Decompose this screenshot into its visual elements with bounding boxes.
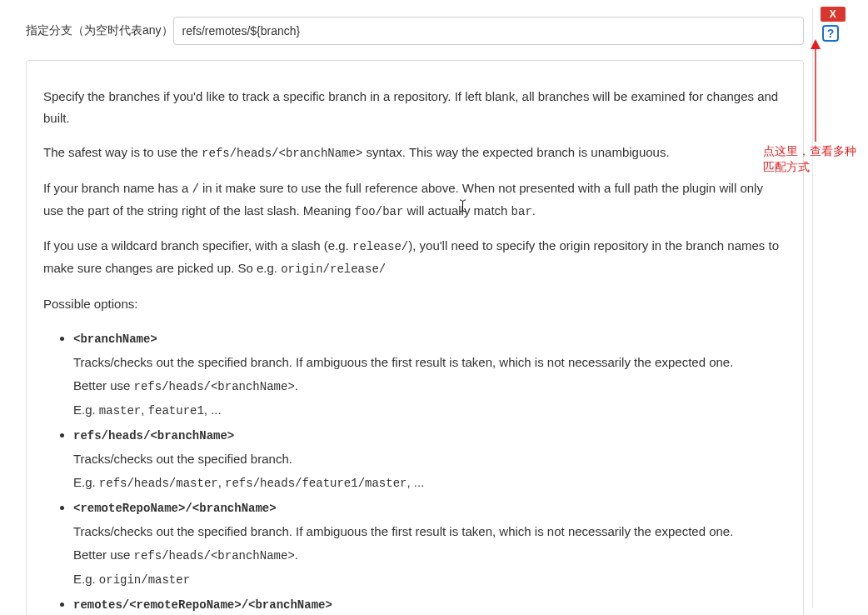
option-head: <remoteRepoName>/<branchName> bbox=[73, 502, 277, 515]
field-row: 指定分支（为空时代表any） ? bbox=[5, 8, 812, 45]
text: will actually match bbox=[403, 203, 511, 218]
options-list: <branchName> Tracks/checks out the speci… bbox=[73, 328, 786, 615]
help-p5: Possible options: bbox=[43, 293, 786, 315]
option-item: remotes/<remoteRepoName>/<branchName> bbox=[73, 593, 786, 615]
code: origin/release/ bbox=[281, 262, 386, 276]
code: refs/heads/<branchName> bbox=[202, 147, 362, 160]
code: refs/heads/<branchName> bbox=[134, 549, 295, 562]
text: Better use refs/heads/<branchName>. bbox=[73, 375, 786, 398]
text: . bbox=[532, 203, 536, 218]
code: / bbox=[192, 182, 198, 196]
help-p2: The safest way is to use the refs/heads/… bbox=[43, 142, 786, 164]
code: refs/heads/<branchName> bbox=[134, 380, 295, 393]
text: E.g. bbox=[73, 402, 99, 417]
code: bar bbox=[511, 205, 532, 218]
text: Better use refs/heads/<branchName>. bbox=[73, 544, 786, 567]
text: , ... bbox=[204, 402, 222, 417]
text: , bbox=[218, 475, 225, 489]
text: . bbox=[295, 378, 298, 392]
code: origin/master bbox=[99, 573, 190, 587]
text: Tracks/checks out the specified branch. … bbox=[73, 352, 786, 373]
text: , ... bbox=[407, 475, 424, 489]
text: E.g. origin/master bbox=[73, 568, 786, 591]
config-panel: X 指定分支（为空时代表any） ? Specify the branches … bbox=[5, 8, 813, 608]
option-item: <branchName> Tracks/checks out the speci… bbox=[73, 328, 786, 421]
text: . bbox=[295, 548, 298, 562]
option-item: refs/heads/<branchName> Tracks/checks ou… bbox=[73, 424, 786, 493]
text: E.g. bbox=[73, 475, 99, 489]
help-p1: Specify the branches if you'd like to tr… bbox=[43, 86, 786, 128]
option-head: refs/heads/<branchName> bbox=[73, 429, 234, 442]
option-head: <branchName> bbox=[73, 332, 157, 346]
option-item: <remoteRepoName>/<branchName> Tracks/che… bbox=[73, 497, 786, 590]
text: Better use bbox=[73, 548, 134, 562]
annotation-text: 点这里，查看多种匹配方式 bbox=[763, 143, 863, 175]
code: refs/heads/feature1/master bbox=[225, 477, 407, 490]
option-head: remotes/<remoteRepoName>/<branchName> bbox=[73, 598, 332, 612]
code: refs/heads/master bbox=[99, 477, 218, 490]
text: If you use a wildcard branch specifier, … bbox=[43, 238, 352, 252]
branch-specifier-label: 指定分支（为空时代表any） bbox=[13, 23, 173, 38]
text: syntax. This way the expected branch is … bbox=[362, 145, 669, 159]
code: feature1 bbox=[148, 404, 204, 418]
text: If your branch name has a bbox=[43, 181, 192, 195]
help-icon[interactable]: ? bbox=[822, 25, 839, 42]
text: , bbox=[141, 402, 147, 417]
code: release/ bbox=[352, 240, 408, 253]
text: Tracks/checks out the specified branch. bbox=[73, 448, 786, 470]
branch-specifier-input[interactable] bbox=[173, 17, 804, 45]
text: The safest way is to use the bbox=[43, 145, 202, 159]
text: E.g. refs/heads/master, refs/heads/featu… bbox=[73, 472, 786, 494]
text: Better use bbox=[73, 378, 134, 392]
text: E.g. master, feature1, ... bbox=[73, 399, 786, 422]
text: E.g. bbox=[73, 572, 99, 586]
code: master bbox=[99, 404, 141, 418]
text: Tracks/checks out the specified branch. … bbox=[73, 521, 786, 542]
help-p4: If you use a wildcard branch specifier, … bbox=[43, 235, 786, 280]
code: foo/bar bbox=[355, 205, 404, 218]
help-p3: If your branch name has a / in it make s… bbox=[43, 178, 786, 222]
close-button[interactable]: X bbox=[821, 7, 846, 22]
help-panel: Specify the branches if you'd like to tr… bbox=[26, 60, 804, 615]
